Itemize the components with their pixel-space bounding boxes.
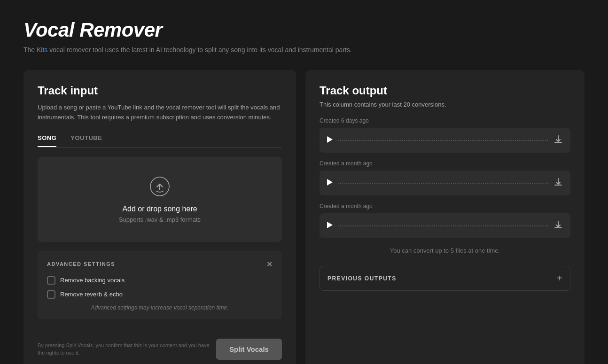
advanced-settings-panel: ADVANCED SETTINGS ✕ Remove backing vocal… [38, 251, 282, 319]
remove-backing-vocals-checkbox[interactable] [47, 276, 55, 285]
page-title: Vocal Remover [23, 19, 585, 41]
left-panel: Track input Upload a song or paste a You… [23, 70, 296, 364]
split-vocals-button[interactable]: Split Vocals [216, 339, 282, 360]
play-button-3[interactable] [327, 222, 333, 230]
track-output-title: Track output [320, 84, 570, 97]
upload-icon [149, 176, 171, 199]
checkbox-row-reverb: Remove reverb & echo [47, 290, 273, 299]
tab-song[interactable]: SONG [38, 134, 56, 147]
checkbox-row-backing-vocals: Remove backing vocals [47, 276, 273, 285]
advanced-settings-title: ADVANCED SETTINGS [47, 261, 115, 267]
audio-player-2 [320, 170, 570, 195]
page-container: Vocal Remover The Kits vocal remover too… [0, 0, 608, 364]
play-icon-2 [327, 179, 333, 186]
remove-backing-vocals-label: Remove backing vocals [60, 277, 125, 284]
tabs-bar: SONG YOUTUBE [38, 134, 282, 147]
previous-outputs-row[interactable]: PREVIOUS OUTPUTS + [320, 266, 570, 291]
remove-reverb-echo-checkbox[interactable] [47, 290, 55, 299]
track-2-created-label: Created a month ago [320, 160, 570, 167]
remove-reverb-echo-label: Remove reverb & echo [60, 291, 123, 298]
download-button-3[interactable] [553, 220, 563, 232]
advanced-settings-header: ADVANCED SETTINGS ✕ [47, 260, 273, 269]
expand-previous-outputs-icon: + [557, 273, 562, 284]
bottom-bar: By pressing Split Vocals, you confirm th… [38, 329, 282, 360]
track-input-description: Upload a song or paste a YouTube link an… [38, 103, 282, 123]
close-advanced-settings-button[interactable]: ✕ [266, 260, 273, 269]
track-3-created-label: Created a month ago [320, 203, 570, 209]
waveform-3 [338, 225, 548, 226]
convert-limit-note: You can convert up to 5 files at one tim… [320, 247, 570, 254]
play-icon-1 [327, 136, 333, 143]
upload-subtitle: Supports .wav & .mp3 formats [119, 216, 201, 223]
play-button-2[interactable] [327, 179, 333, 187]
disclaimer-text: By pressing Split Vocals, you confirm th… [38, 341, 216, 357]
subtitle-after: vocal remover tool uses the latest in AI… [47, 46, 351, 54]
play-icon-3 [327, 222, 333, 228]
previous-outputs-label: PREVIOUS OUTPUTS [327, 275, 397, 282]
track-1-created-label: Created 6 days ago [320, 117, 570, 124]
upload-area[interactable]: Add or drop song here Supports .wav & .m… [38, 157, 282, 242]
waveform-1 [338, 140, 548, 141]
audio-player-1 [320, 128, 570, 153]
track-input-title: Track input [38, 84, 282, 97]
kits-link[interactable]: Kits [37, 46, 47, 54]
subtitle-before: The [23, 46, 37, 54]
right-panel: Track output This column contains your l… [305, 70, 585, 364]
track-output-subtitle: This column contains your last 20 conver… [320, 101, 570, 108]
advanced-settings-note: Advanced settings may increase vocal sep… [47, 304, 273, 311]
page-subtitle: The Kits vocal remover tool uses the lat… [23, 46, 585, 54]
play-button-1[interactable] [327, 136, 333, 144]
audio-player-3 [320, 213, 570, 238]
upload-title: Add or drop song here [122, 205, 197, 213]
tab-youtube[interactable]: YOUTUBE [70, 134, 102, 147]
download-button-2[interactable] [553, 177, 563, 189]
main-content: Track input Upload a song or paste a You… [23, 70, 585, 364]
waveform-2 [338, 183, 548, 184]
download-button-1[interactable] [553, 134, 563, 146]
